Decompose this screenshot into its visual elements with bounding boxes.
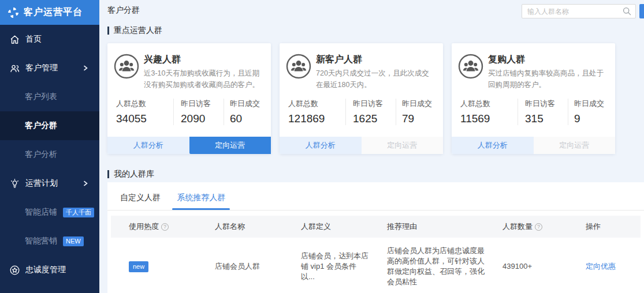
search-button[interactable] bbox=[639, 4, 644, 18]
segment-card-repurchase: 复购人群 买过店铺内复购率较高商品，且处于回购周期的客户。 人群总数 11569… bbox=[452, 43, 615, 154]
group-people-icon bbox=[458, 54, 483, 79]
sidebar-item-customer-analysis[interactable]: 客户分析 bbox=[0, 140, 99, 169]
stat-label: 昨日访客 bbox=[181, 99, 224, 109]
help-icon[interactable]: ? bbox=[161, 223, 169, 231]
sidebar-item-label: 客户分析 bbox=[25, 149, 57, 160]
key-groups-section-header: 重点运营人群 bbox=[107, 25, 644, 36]
cell-count: 439100+ bbox=[485, 261, 568, 272]
sidebar-item-customer-segmentation[interactable]: 客户分群 bbox=[0, 111, 99, 140]
logo-bar: 客户运营平台 bbox=[0, 0, 99, 25]
app-window: 客户运营平台 首页 客户管理 客户列表 客 bbox=[0, 0, 644, 293]
stat-value: 60 bbox=[230, 112, 271, 125]
targeted-operation-button[interactable]: 定向运营 bbox=[189, 137, 271, 154]
section-label: 我的人群库 bbox=[114, 169, 154, 179]
search-icon[interactable] bbox=[622, 6, 632, 16]
home-icon bbox=[9, 34, 20, 45]
group-people-icon bbox=[286, 54, 311, 79]
sidebar-item-customer-management[interactable]: 客户管理 bbox=[0, 54, 99, 82]
audience-analysis-button[interactable]: 人群分析 bbox=[280, 137, 362, 154]
stat-label: 人群总数 bbox=[288, 99, 345, 109]
stat-value: 34055 bbox=[116, 112, 173, 125]
stat-label: 昨日成交 bbox=[574, 99, 615, 109]
page-header: 客户分群 bbox=[107, 0, 644, 20]
card-desc: 买过店铺内复购率较高商品，且处于回购周期的客户。 bbox=[488, 67, 608, 91]
stat-value: 1625 bbox=[353, 112, 396, 125]
new-badge: NEW bbox=[63, 236, 84, 246]
stat-label: 昨日成交 bbox=[402, 99, 443, 109]
stat-label: 昨日访客 bbox=[525, 99, 568, 109]
sidebar-item-label: 智能营销 bbox=[25, 236, 57, 246]
active-tab-underline bbox=[172, 208, 230, 210]
sidebar-item-label: 客户列表 bbox=[25, 92, 57, 102]
segment-card-new-customer: 新客户人群 720天内只成交过一次，且此次成交在最近180天内。 人群总数 12… bbox=[280, 43, 443, 154]
stat-value: 11569 bbox=[460, 112, 518, 125]
card-title: 新客户人群 bbox=[316, 54, 436, 65]
sidebar-item-label: 客户分群 bbox=[25, 121, 57, 131]
content: 客户分群 重点运营人群 bbox=[99, 0, 644, 293]
cell-action: 定向优惠 bbox=[568, 261, 641, 272]
sidebar-item-loyalty-management[interactable]: 忠诚度管理 bbox=[0, 256, 99, 284]
col-header-action: 操作 bbox=[568, 221, 641, 232]
recommended-audience-table: 使用热度 ? 人群名称 人群定义 推荐理由 人群数量 bbox=[111, 216, 641, 293]
section-bar bbox=[107, 27, 109, 35]
bulb-icon bbox=[9, 178, 20, 189]
col-header-definition: 人群定义 bbox=[283, 221, 369, 232]
search-box bbox=[522, 4, 636, 18]
targeted-operation-button[interactable]: 定向运营 bbox=[362, 137, 444, 154]
stat-value: 2090 bbox=[181, 112, 224, 125]
sidebar-item-label: 首页 bbox=[25, 34, 42, 44]
section-label: 重点运营人群 bbox=[114, 25, 162, 36]
stat-value: 9 bbox=[574, 112, 615, 125]
table-header: 使用热度 ? 人群名称 人群定义 推荐理由 人群数量 bbox=[111, 216, 641, 238]
stat-label: 昨日访客 bbox=[353, 99, 396, 109]
targeted-operation-button[interactable]: 定向运营 bbox=[534, 137, 616, 154]
audience-analysis-button[interactable]: 人群分析 bbox=[452, 137, 534, 154]
col-header-heat: 使用热度 ? bbox=[111, 221, 197, 232]
star-circle-icon bbox=[9, 265, 20, 276]
card-title: 复购人群 bbox=[488, 54, 608, 65]
qianren-badge: 千人千面 bbox=[63, 208, 94, 217]
stat-value: 79 bbox=[402, 112, 443, 125]
sidebar-item-customer-list[interactable]: 客户列表 bbox=[0, 82, 99, 111]
pinwheel-logo-icon bbox=[7, 6, 20, 19]
sidebar-item-label: 客户管理 bbox=[25, 63, 58, 73]
chevron-right-icon bbox=[82, 180, 89, 187]
cell-name: 店铺会员人群 bbox=[197, 261, 283, 272]
col-header-count: 人群数量 ? bbox=[485, 221, 568, 232]
targeted-offer-link[interactable]: 定向优惠 bbox=[586, 262, 616, 271]
stat-label: 昨日成交 bbox=[230, 99, 271, 109]
sidebar-item-smart-shop[interactable]: 智能店铺 千人千面 bbox=[0, 198, 99, 227]
cell-reason: 店铺会员人群为店铺忠诚度最高的高价值人群，可针对该人群做定向权益、召回等，强化会… bbox=[369, 246, 485, 287]
col-header-name: 人群名称 bbox=[197, 221, 283, 232]
segment-card-interest: 兴趣人群 近3-10天有加购或收藏行为，且近期没有购买加购或者收藏商品的客户。 … bbox=[107, 43, 271, 154]
stat-value: 315 bbox=[525, 112, 568, 125]
cell-heat: new bbox=[111, 261, 197, 272]
help-icon[interactable]: ? bbox=[535, 223, 542, 231]
sidebar-item-home[interactable]: 首页 bbox=[0, 25, 99, 54]
card-desc: 近3-10天有加购或收藏行为，且近期没有购买加购或者收藏商品的客户。 bbox=[144, 67, 264, 91]
tab-label: 系统推荐人群 bbox=[177, 193, 225, 202]
sidebar-item-operation-plan[interactable]: 运营计划 bbox=[0, 169, 99, 198]
cell-definition: 店铺会员，达到本店铺 vip1 会员条件以... bbox=[283, 251, 369, 282]
tabs-row: 自定义人群 系统推荐人群 bbox=[107, 182, 644, 211]
main-area: [ 客户分析 - 360度人群效果分析 ] 功能上线啦！兴趣人群、新客、复购人群… bbox=[99, 0, 644, 293]
stat-label: 人群总数 bbox=[460, 99, 518, 109]
chevron-right-icon bbox=[82, 65, 89, 72]
search-input[interactable] bbox=[522, 4, 636, 18]
tab-system-recommended[interactable]: 系统推荐人群 bbox=[177, 193, 225, 203]
stat-label: 人群总数 bbox=[116, 99, 173, 109]
my-library-section-header: 我的人群库 bbox=[107, 169, 644, 179]
stat-value: 121869 bbox=[288, 112, 345, 125]
users-icon bbox=[9, 63, 20, 74]
sidebar-item-label: 智能店铺 bbox=[25, 207, 57, 217]
key-group-cards: 兴趣人群 近3-10天有加购或收藏行为，且近期没有购买加购或者收藏商品的客户。 … bbox=[107, 43, 644, 154]
sidebar: 客户运营平台 首页 客户管理 客户列表 客 bbox=[0, 0, 99, 293]
sidebar-item-label: 忠诚度管理 bbox=[25, 265, 66, 275]
page-title: 客户分群 bbox=[107, 5, 140, 16]
audience-analysis-button[interactable]: 人群分析 bbox=[107, 137, 189, 154]
card-title: 兴趣人群 bbox=[144, 54, 264, 65]
sidebar-item-label: 运营计划 bbox=[25, 178, 58, 189]
audience-library-panel: 自定义人群 系统推荐人群 使用热度 ? 人群名称 bbox=[107, 182, 644, 293]
sidebar-item-smart-marketing[interactable]: 智能营销 NEW bbox=[0, 227, 99, 256]
tab-custom-audience[interactable]: 自定义人群 bbox=[120, 193, 161, 203]
